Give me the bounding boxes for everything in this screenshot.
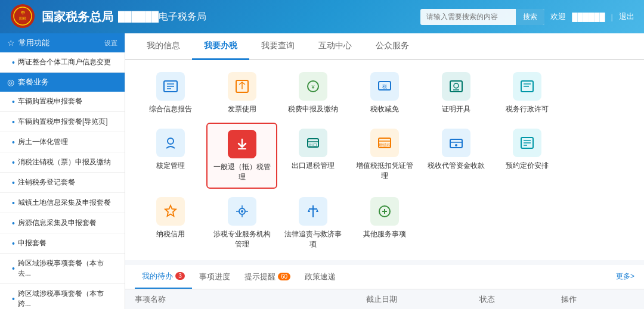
todo-badge: 3: [175, 272, 185, 280]
sidebar-pkg-5[interactable]: 注销税务登记套餐: [0, 173, 125, 193]
service-label-assess: 核定管理: [156, 161, 185, 171]
service-other[interactable]: 其他服务事项: [349, 191, 420, 255]
sidebar-section2-label: 套餐业务: [18, 77, 49, 88]
sidebar-item-1[interactable]: 两证整合个体工商户信息变更: [0, 52, 125, 73]
service-label-admin: 税务行政许可: [506, 104, 549, 114]
service-refund[interactable]: 一般退（抵）税管理: [206, 123, 278, 189]
org-name: 国家税务总局: [42, 9, 113, 25]
tab-query[interactable]: 我要查询: [249, 33, 306, 60]
sidebar: ☆ 常用功能 设置 两证整合个体工商户信息变更 ◎ 套餐业务 车辆购置税申报套餐…: [0, 33, 125, 309]
service-credit[interactable]: 纳税信用: [135, 191, 206, 255]
svg-text:增值税: 增值税: [377, 143, 391, 147]
content-area: 我的信息 我要办税 我要查询 互动中心 公众服务 综合信息报告: [125, 33, 644, 309]
service-placeholder-1: [563, 66, 634, 120]
sidebar-item-1-label: 两证整合个体工商户信息变更: [18, 57, 111, 67]
service-panel: 综合信息报告 发票使用 ¥ 税费申报及缴纳 税: [125, 60, 644, 260]
bottom-section: 我的待办 3 事项进度 提示提醒 60 政策速递 更多> 事项名: [125, 265, 644, 309]
tab-interaction[interactable]: 互动中心: [306, 33, 364, 60]
service-label-legal: 法律追责与救济事项: [281, 229, 345, 249]
sidebar-pkg-10[interactable]: 跨区域涉税事项套餐（本市跨...: [0, 284, 125, 309]
service-label-vat: 增值税抵扣凭证管理: [352, 161, 417, 181]
header: 中 国税 国家税务总局 ██████电子税务局 搜索 欢迎 ██████ | 退…: [0, 0, 644, 33]
placeholder-2: [563, 123, 634, 189]
sidebar-pkg-6[interactable]: 城镇土地信息采集及申报套餐: [0, 193, 125, 213]
placeholder-3a: [420, 191, 492, 255]
service-icon-admin: [513, 72, 541, 101]
service-icon-other: [370, 197, 399, 226]
svg-text:中: 中: [21, 10, 25, 15]
service-taxfiling[interactable]: ¥ 税费申报及缴纳: [277, 66, 349, 120]
service-export-refund[interactable]: 出口 出口退税管理: [277, 123, 349, 189]
svg-point-15: [454, 83, 459, 88]
sidebar-section-package: ◎ 套餐业务: [0, 73, 125, 92]
svg-marker-34: [165, 205, 176, 216]
col-date: 截止日期: [357, 289, 470, 309]
service-label-invoice: 发票使用: [228, 104, 256, 114]
sidebar-pkg-3[interactable]: 房土一体化管理: [0, 132, 125, 152]
service-label-export-refund: 出口退税管理: [292, 161, 335, 171]
todo-table: 事项名称 截止日期 状态 操作 应申报提醒详情税务行政处罚决定书（简易）2019…: [125, 289, 644, 309]
service-icon-taxorg: [228, 197, 256, 226]
nav-tabs: 我的信息 我要办税 我要查询 互动中心 公众服务: [125, 33, 644, 60]
service-label-taxreduction: 税收减免: [370, 104, 399, 114]
search-input[interactable]: [420, 10, 516, 24]
service-taxorg[interactable]: 涉税专业服务机构管理: [206, 191, 278, 255]
service-row-3: 纳税信用 涉税专业服务机构管理 法律追责与救济事项: [135, 191, 634, 260]
tab-public[interactable]: 公众服务: [364, 33, 421, 60]
service-icon-export-refund: 出口: [299, 129, 327, 157]
sidebar-pkg-1[interactable]: 车辆购置税申报套餐: [0, 92, 125, 112]
welcome-text: 欢迎: [550, 11, 566, 22]
svg-point-20: [168, 138, 174, 144]
service-icon-legal: [299, 197, 327, 226]
bottom-tabs: 我的待办 3 事项进度 提示提醒 60 政策速递 更多>: [125, 265, 644, 289]
header-right: 搜索 欢迎 ██████ | 退出: [420, 9, 634, 25]
service-taxreduction[interactable]: 税 税收减免: [349, 66, 420, 120]
service-fund[interactable]: 税收代管资金收款: [420, 123, 492, 189]
tab-reminder[interactable]: 提示提醒 60: [237, 266, 298, 288]
service-icon-refund: [228, 130, 256, 158]
col-status: 状态: [470, 289, 552, 309]
service-vat[interactable]: 增值税 增值税抵扣凭证管理: [349, 123, 420, 189]
service-icon-vat: 增值税: [370, 129, 399, 157]
logout-link[interactable]: 退出: [619, 11, 634, 22]
divider: |: [611, 13, 613, 21]
service-icon-taxfiling: ¥: [299, 72, 327, 101]
region-name: ██████电子税务局: [118, 11, 206, 23]
search-button[interactable]: 搜索: [516, 9, 544, 25]
tab-myinfo[interactable]: 我的信息: [135, 33, 192, 60]
col-name: 事项名称: [125, 289, 357, 309]
service-icon-comprehensive: [156, 72, 185, 101]
service-admin[interactable]: 税务行政许可: [492, 66, 564, 120]
sidebar-pkg-7[interactable]: 房源信息采集及申报套餐: [0, 213, 125, 233]
tab-policy[interactable]: 政策速递: [298, 266, 343, 288]
service-certificate[interactable]: 证明开具: [420, 66, 492, 120]
service-invoice[interactable]: 发票使用: [206, 66, 278, 120]
service-label-fund: 税收代管资金收款: [428, 161, 485, 171]
sidebar-settings[interactable]: 设置: [104, 39, 117, 48]
sidebar-pkg-9[interactable]: 跨区域涉税事项套餐（本市去...: [0, 254, 125, 284]
svg-point-0: [11, 4, 35, 28]
svg-text:出口: 出口: [309, 143, 317, 147]
tab-taxwork[interactable]: 我要办税: [192, 33, 249, 60]
svg-point-36: [241, 210, 243, 213]
username: ██████: [572, 13, 605, 21]
service-pricing[interactable]: 预约定价安排: [492, 123, 564, 189]
sidebar-pkg-4[interactable]: 消税注销税（票）申报及缴纳: [0, 152, 125, 173]
service-row-2: 核定管理 一般退（抵）税管理 出口 出口退税管理 增值税: [135, 123, 634, 189]
search-bar: 搜索: [420, 9, 544, 25]
main-layout: ☆ 常用功能 设置 两证整合个体工商户信息变更 ◎ 套餐业务 车辆购置税申报套餐…: [0, 33, 644, 309]
service-comprehensive[interactable]: 综合信息报告: [135, 66, 206, 120]
service-label-taxfiling: 税费申报及缴纳: [288, 104, 338, 114]
tab-progress[interactable]: 事项进度: [192, 266, 237, 288]
sidebar-pkg-2[interactable]: 车辆购置税申报套餐[导览页]: [0, 112, 125, 132]
service-label-comprehensive: 综合信息报告: [149, 104, 192, 114]
svg-point-29: [455, 144, 457, 146]
sidebar-pkg-8[interactable]: 申报套餐: [0, 233, 125, 254]
service-legal[interactable]: 法律追责与救济事项: [277, 191, 349, 255]
service-icon-pricing: [513, 129, 541, 157]
tab-todo[interactable]: 我的待办 3: [135, 265, 192, 289]
service-icon-certificate: [442, 72, 470, 101]
service-icon-assess: [156, 129, 185, 157]
service-assess[interactable]: 核定管理: [135, 123, 206, 189]
more-link[interactable]: 更多>: [616, 271, 634, 282]
